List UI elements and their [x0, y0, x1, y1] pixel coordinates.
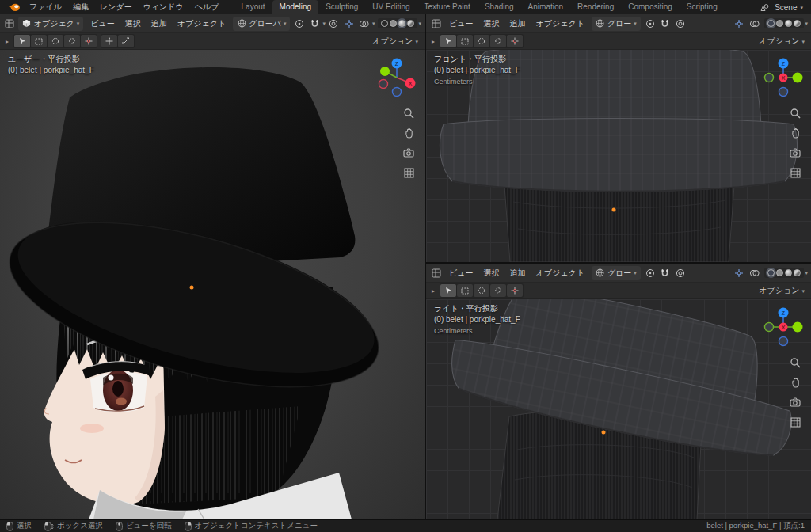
transform-orientation-dropdown[interactable]: グロー ▾: [592, 266, 641, 280]
transform-orientation-dropdown[interactable]: グローバ ▾: [233, 17, 290, 31]
editor-type-icon[interactable]: [429, 17, 444, 31]
options-dropdown[interactable]: オプション ▾: [370, 36, 421, 47]
proportional-editing-icon[interactable]: [673, 266, 687, 280]
shading-solid-button[interactable]: [776, 269, 783, 276]
shading-wireframe-button[interactable]: [767, 20, 775, 27]
tool-tweak-button[interactable]: [14, 35, 30, 48]
mode-selector[interactable]: オブジェク ▾: [18, 17, 84, 31]
shading-rendered-button[interactable]: [794, 20, 801, 27]
menu-select[interactable]: 選択: [120, 14, 146, 33]
menu-render[interactable]: レンダー: [94, 0, 138, 14]
tool-select-lasso-button[interactable]: [490, 284, 506, 297]
shading-rendered-button[interactable]: [407, 20, 414, 27]
tool-select-circle-button[interactable]: [48, 35, 63, 48]
tool-tweak-button[interactable]: [440, 35, 456, 48]
tool-select-lasso-button[interactable]: [64, 35, 80, 48]
overlays-toggle[interactable]: [747, 17, 761, 31]
navigation-gizmo[interactable]: Z X: [762, 56, 805, 99]
gizmos-toggle[interactable]: [732, 266, 746, 280]
editor-type-icon[interactable]: [3, 17, 16, 31]
zoom-icon[interactable]: [789, 107, 801, 120]
overlays-toggle[interactable]: [747, 266, 761, 280]
viewport-canvas-side[interactable]: ライト・平行投影 (0) belet | porkpie_hat_F Centi…: [426, 299, 811, 519]
proportional-editing-icon[interactable]: [326, 17, 341, 31]
tool-measure-button[interactable]: [118, 35, 134, 48]
tool-header-arrow-icon[interactable]: ▸: [430, 38, 436, 45]
pan-hand-icon[interactable]: [789, 376, 801, 389]
gizmos-toggle[interactable]: [342, 17, 356, 31]
viewport-canvas-user[interactable]: ユーザー・平行投影 (0) belet | porkpie_hat_F Z X: [0, 50, 425, 519]
tool-cursor-button[interactable]: [81, 35, 97, 48]
tab-modeling[interactable]: Modeling: [272, 0, 319, 14]
shading-material-button[interactable]: [398, 20, 406, 27]
tool-header-arrow-icon[interactable]: ▸: [430, 287, 436, 294]
options-dropdown[interactable]: オプション ▾: [756, 36, 807, 47]
menu-object[interactable]: オブジェクト: [531, 14, 588, 33]
tab-layout[interactable]: Layout: [234, 0, 272, 14]
camera-view-icon[interactable]: [789, 396, 801, 408]
pan-hand-icon[interactable]: [402, 127, 415, 139]
editor-type-icon[interactable]: [429, 266, 444, 280]
menu-add[interactable]: 追加: [147, 14, 172, 33]
tool-move-button[interactable]: [101, 35, 117, 48]
camera-view-icon[interactable]: [789, 146, 801, 159]
snap-magnet-icon[interactable]: [658, 17, 672, 31]
menu-add[interactable]: 追加: [504, 14, 530, 33]
tab-compositing[interactable]: Compositing: [621, 0, 680, 14]
gizmos-toggle[interactable]: [732, 17, 746, 31]
tab-scripting[interactable]: Scripting: [680, 0, 725, 14]
toggle-projection-grid-icon[interactable]: [789, 416, 801, 428]
shading-wireframe-button[interactable]: [767, 269, 775, 276]
camera-view-icon[interactable]: [402, 146, 415, 159]
tab-shading[interactable]: Shading: [478, 0, 521, 14]
shading-material-button[interactable]: [785, 269, 792, 276]
zoom-icon[interactable]: [402, 107, 415, 120]
options-dropdown[interactable]: オプション ▾: [756, 285, 807, 296]
shading-solid-button[interactable]: [776, 20, 783, 27]
menu-object[interactable]: オブジェクト: [531, 264, 588, 283]
menu-view[interactable]: ビュー: [444, 264, 478, 283]
pivot-point-dropdown[interactable]: [643, 266, 657, 280]
blender-logo-icon[interactable]: [5, 2, 24, 12]
tool-cursor-button[interactable]: [507, 35, 523, 48]
shading-solid-button[interactable]: [390, 20, 397, 27]
pan-hand-icon[interactable]: [789, 127, 801, 139]
scene-selector[interactable]: Scene ▾: [757, 0, 806, 14]
snap-magnet-icon[interactable]: [658, 266, 672, 280]
toggle-projection-grid-icon[interactable]: [402, 166, 415, 179]
menu-select[interactable]: 選択: [478, 264, 504, 283]
tab-uv-editing[interactable]: UV Editing: [365, 0, 417, 14]
navigation-gizmo[interactable]: Z X: [762, 306, 805, 348]
menu-view[interactable]: ビュー: [86, 14, 119, 33]
tool-tweak-button[interactable]: [440, 284, 456, 297]
menu-view[interactable]: ビュー: [444, 14, 478, 33]
viewport-canvas-front[interactable]: フロント・平行投影 (0) belet | porkpie_hat_F Cent…: [426, 50, 811, 262]
chevron-down-icon[interactable]: ▾: [322, 21, 326, 26]
menu-help[interactable]: ヘルプ: [189, 0, 225, 14]
pivot-point-dropdown[interactable]: [292, 17, 307, 31]
shading-wireframe-button[interactable]: [381, 20, 388, 27]
proportional-editing-icon[interactable]: [673, 17, 687, 31]
menu-select[interactable]: 選択: [478, 14, 504, 33]
chevron-down-icon[interactable]: ▾: [805, 21, 808, 26]
shading-rendered-button[interactable]: [794, 269, 801, 276]
pivot-point-dropdown[interactable]: [643, 17, 657, 31]
chevron-down-icon[interactable]: ▾: [418, 21, 421, 26]
tool-select-circle-button[interactable]: [474, 284, 489, 297]
shading-material-button[interactable]: [785, 20, 792, 27]
tool-select-box-button[interactable]: [31, 35, 47, 48]
menu-object[interactable]: オブジェクト: [173, 14, 230, 33]
tab-rendering[interactable]: Rendering: [570, 0, 621, 14]
transform-orientation-dropdown[interactable]: グロー ▾: [592, 17, 641, 31]
chevron-down-icon[interactable]: ▾: [805, 270, 808, 276]
zoom-icon[interactable]: [789, 356, 801, 369]
tool-select-lasso-button[interactable]: [490, 35, 506, 48]
chevron-down-icon[interactable]: ▾: [372, 21, 375, 26]
tab-texture-paint[interactable]: Texture Paint: [417, 0, 478, 14]
tool-select-box-button[interactable]: [457, 35, 473, 48]
tool-cursor-button[interactable]: [507, 284, 523, 297]
tool-select-circle-button[interactable]: [474, 35, 489, 48]
menu-file[interactable]: ファイル: [24, 0, 67, 14]
tool-header-arrow-icon[interactable]: ▸: [4, 38, 10, 45]
navigation-gizmo[interactable]: Z X: [375, 56, 418, 99]
